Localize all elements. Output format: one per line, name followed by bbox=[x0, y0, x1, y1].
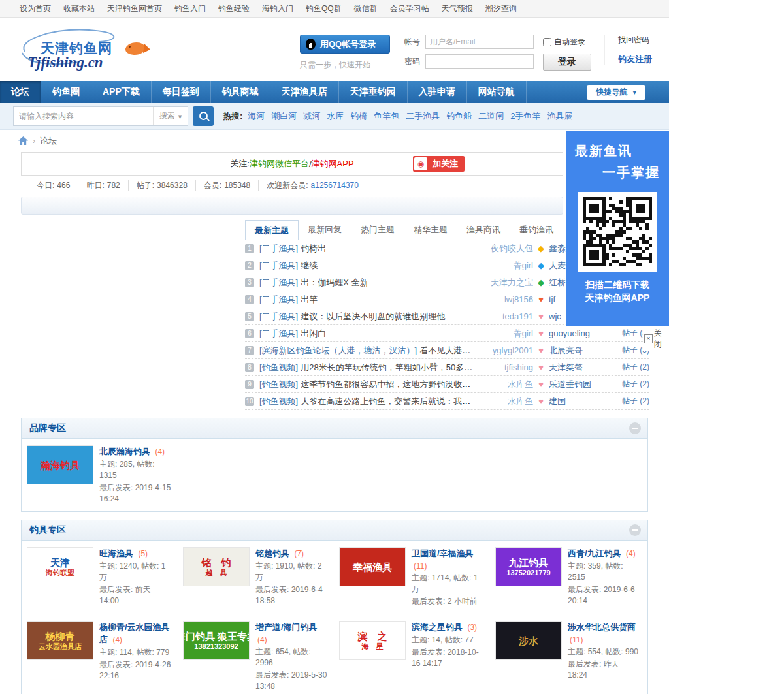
topic-author[interactable]: teda191 bbox=[474, 311, 533, 321]
collapse-button[interactable] bbox=[629, 524, 641, 536]
nav-item[interactable]: 钓鱼圈 bbox=[41, 81, 91, 103]
forum-logo[interactable]: 天津 海钓联盟 bbox=[27, 547, 93, 586]
ranking-user[interactable]: 天津桀骜 bbox=[549, 362, 609, 373]
topic-author[interactable]: lwj8156 bbox=[474, 294, 533, 304]
forum-name[interactable]: 铭越钓具 bbox=[255, 548, 289, 558]
nav-item[interactable]: 天津垂钓园 bbox=[339, 81, 408, 103]
nav-item[interactable]: 论坛 bbox=[0, 81, 41, 103]
password-input[interactable] bbox=[425, 54, 534, 69]
breadcrumb-current[interactable]: 论坛 bbox=[40, 135, 57, 147]
collapse-button[interactable] bbox=[629, 422, 641, 434]
topbar-link[interactable]: 微信群 bbox=[354, 3, 378, 14]
topic-title[interactable]: 出闲白 bbox=[301, 328, 326, 338]
topic-author[interactable]: yglygl2001 bbox=[474, 345, 533, 355]
topic-category[interactable]: [二手渔具] bbox=[259, 244, 298, 253]
hot-search-link[interactable]: 渔具展 bbox=[547, 111, 573, 121]
hot-search-link[interactable]: 减河 bbox=[303, 111, 320, 121]
forum-name[interactable]: 涉水华北总供货商 bbox=[568, 622, 636, 632]
topic-category[interactable]: [滨海新区钓鱼论坛（大港，塘沽，汉沽）] bbox=[259, 345, 417, 355]
topbar-link[interactable]: 收藏本站 bbox=[63, 3, 95, 14]
forum-logo[interactable]: 滨 之 海 星 bbox=[339, 621, 406, 660]
hot-search-link[interactable]: 2手鱼竿 bbox=[510, 111, 540, 121]
register-link[interactable]: 钓友注册 bbox=[618, 54, 652, 65]
forum-logo[interactable]: 九江钓具 13752021779 bbox=[495, 547, 562, 586]
topic-title[interactable]: 钓椅出 bbox=[301, 244, 326, 253]
forum-name[interactable]: 增产道/海门钓具 bbox=[255, 622, 318, 632]
collapsed-banner[interactable] bbox=[21, 197, 563, 215]
hot-search-link[interactable]: 水库 bbox=[327, 111, 344, 121]
topic-title[interactable]: 建议：以后坚决不明盘的就谁也别理他 bbox=[301, 311, 445, 321]
quick-nav-button[interactable]: 快捷导航 bbox=[587, 85, 645, 100]
wechat-platform-link[interactable]: 津钓网微信平台 bbox=[250, 158, 309, 170]
topic-category[interactable]: [钓鱼视频] bbox=[259, 379, 298, 389]
topic-title[interactable]: 用28米长的竿玩传统钓，竿粗如小臂，50多斤的青鱼立 bbox=[301, 362, 474, 372]
search-input[interactable] bbox=[14, 107, 153, 125]
topbar-link[interactable]: 钓鱼入门 bbox=[174, 3, 206, 14]
topic-category[interactable]: [钓鱼视频] bbox=[259, 362, 298, 372]
topic-author[interactable]: 水库鱼 bbox=[474, 379, 533, 390]
topic-author[interactable]: 夜钓咬大包 bbox=[474, 243, 533, 255]
overlay-close-button[interactable]: 关闭 bbox=[643, 327, 669, 351]
nav-item[interactable]: 天津渔具店 bbox=[270, 81, 339, 103]
forum-logo[interactable]: 幸福渔具 bbox=[339, 547, 406, 586]
ranking-user[interactable]: 北辰亮哥 bbox=[549, 345, 609, 356]
nav-item[interactable]: APP下载 bbox=[91, 81, 152, 103]
topic-title[interactable]: 看不见大港孙师傅的 bbox=[419, 345, 474, 355]
forum-logo[interactable]: 铭 钓 越 具 bbox=[183, 547, 250, 586]
auto-login-checkbox[interactable] bbox=[543, 38, 551, 46]
forum-logo[interactable]: 瀚海钓具 bbox=[27, 445, 93, 484]
topic-author[interactable]: 水库鱼 bbox=[474, 396, 533, 407]
topic-title[interactable]: 继续 bbox=[301, 260, 318, 270]
hot-search-link[interactable]: 钓椅 bbox=[350, 111, 367, 121]
hot-search-link[interactable]: 海河 bbox=[248, 111, 265, 121]
topic-tab[interactable]: 热门主题 bbox=[351, 220, 404, 239]
hot-search-link[interactable]: 二手渔具 bbox=[406, 111, 440, 121]
topic-tab[interactable]: 垂钓渔讯 bbox=[510, 220, 563, 239]
topic-tab[interactable]: 最新主题 bbox=[245, 220, 299, 240]
forum-logo[interactable]: 海门钓具 狼王专卖 13821323092 bbox=[183, 621, 250, 660]
hot-search-link[interactable]: 二道闸 bbox=[478, 111, 504, 121]
nav-item[interactable]: 钓具商城 bbox=[211, 81, 270, 103]
hot-search-link[interactable]: 潮白河 bbox=[271, 111, 297, 121]
forum-logo[interactable]: 杨柳青 云水园渔具店 bbox=[27, 621, 93, 660]
forum-name[interactable]: 北辰瀚海钓具 bbox=[99, 447, 150, 456]
topic-author[interactable]: tjfishing bbox=[474, 362, 533, 372]
topic-title[interactable]: 大爷在高速公路上钓鱼，交警来后就说：我退休了没事做 bbox=[301, 396, 474, 406]
ranking-user[interactable]: 建国 bbox=[549, 396, 609, 407]
home-icon[interactable] bbox=[18, 136, 28, 146]
login-button[interactable]: 登录 bbox=[543, 54, 591, 71]
search-scope-dropdown[interactable]: 搜索 bbox=[153, 107, 188, 125]
topbar-link[interactable]: 设为首页 bbox=[20, 3, 51, 14]
nav-item[interactable]: 网站导航 bbox=[467, 81, 527, 103]
topic-tab[interactable]: 精华主题 bbox=[404, 220, 457, 239]
topic-category[interactable]: [钓鱼视频] bbox=[259, 396, 298, 406]
search-button[interactable] bbox=[193, 106, 214, 126]
topic-category[interactable]: [二手渔具] bbox=[259, 277, 298, 287]
forgot-password-link[interactable]: 找回密码 bbox=[618, 35, 652, 46]
topic-title[interactable]: 这季节钓鱼都很容易中招，这地方野钓没收钓具最高罚款5 bbox=[301, 379, 474, 389]
topic-author[interactable]: 菁girl bbox=[474, 328, 533, 339]
topbar-link[interactable]: 钓鱼经验 bbox=[218, 3, 250, 14]
app-link[interactable]: 津钓网APP bbox=[312, 158, 354, 170]
forum-name[interactable]: 杨柳青/云水园渔具店 bbox=[99, 622, 170, 644]
forum-name[interactable]: 旺海渔具 bbox=[99, 548, 133, 558]
topic-category[interactable]: [二手渔具] bbox=[259, 328, 298, 338]
forum-name[interactable]: 卫国道/幸福渔具 bbox=[412, 548, 474, 558]
hot-search-link[interactable]: 鱼竿包 bbox=[374, 111, 399, 121]
new-member-link[interactable]: a1256714370 bbox=[311, 181, 359, 190]
qq-login-button[interactable]: 用QQ帐号登录 bbox=[300, 35, 390, 54]
hot-search-link[interactable]: 钓鱼船 bbox=[446, 111, 472, 121]
topic-author[interactable]: 天津力之宝 bbox=[474, 277, 533, 289]
forum-logo[interactable]: 涉水 bbox=[495, 621, 562, 660]
topbar-link[interactable]: 天气预报 bbox=[442, 3, 473, 14]
ranking-user[interactable]: guoyueling bbox=[549, 328, 609, 338]
site-logo[interactable]: 天津钓鱼网 Tjfishing.cn bbox=[16, 24, 156, 75]
ranking-user[interactable]: 乐道垂钓园 bbox=[549, 379, 609, 390]
forum-name[interactable]: 西青/九江钓具 bbox=[568, 548, 621, 558]
topic-category[interactable]: [二手渔具] bbox=[259, 311, 298, 321]
topic-author[interactable]: 菁girl bbox=[474, 260, 533, 272]
topbar-link[interactable]: 海钓入门 bbox=[262, 3, 293, 14]
topic-title[interactable]: 出竿 bbox=[301, 294, 318, 304]
nav-item[interactable]: 每日签到 bbox=[152, 81, 211, 103]
topic-tab[interactable]: 渔具商讯 bbox=[457, 220, 510, 239]
